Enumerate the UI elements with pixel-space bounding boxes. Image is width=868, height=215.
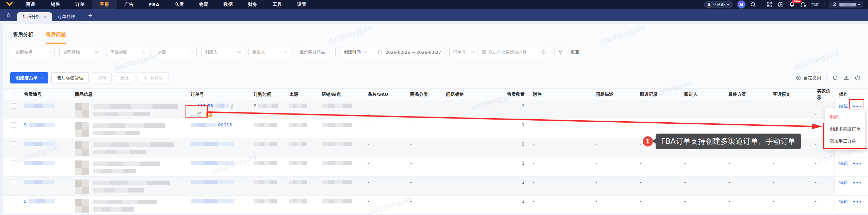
select-all-checkbox[interactable] <box>7 92 12 97</box>
empty-value: - <box>815 180 834 185</box>
goods-type-select[interactable]: 低价商城商品 <box>296 47 336 57</box>
close-tab-icon[interactable]: × <box>43 14 47 19</box>
ai-tag-button[interactable]: AI打标 <box>138 72 169 83</box>
filter-select-创建人[interactable]: 创建人 <box>201 47 244 57</box>
nav-item-商品[interactable]: 商品 <box>19 0 43 9</box>
delete-button[interactable]: 删除 <box>115 72 134 83</box>
reset-filters-button[interactable]: 重置 <box>570 49 579 55</box>
issue-tag-cell <box>442 176 493 195</box>
row-edit-link[interactable]: 编辑 <box>839 160 848 167</box>
topnav-right: a 亚马逊 AI 99+ 帮助 <box>704 1 868 8</box>
batch-search-input[interactable]: 双击可批量搜索内容 <box>478 47 550 57</box>
notifications-bell-icon[interactable]: 99+ <box>789 1 795 8</box>
product-image-redacted <box>75 141 89 156</box>
tab-after-sale-analysis[interactable]: 售后分析 × <box>17 12 52 21</box>
search-icon[interactable] <box>541 50 546 55</box>
nav-item-工具[interactable]: 工具 <box>265 0 290 9</box>
nav-item-客服[interactable]: 客服 <box>92 0 117 9</box>
add-tab-button[interactable]: + <box>88 12 93 19</box>
tag-manage-button[interactable]: 售后标签管理 <box>51 72 89 83</box>
brand-logo-icon[interactable] <box>5 1 14 7</box>
product-image-redacted <box>75 160 89 175</box>
tab-after-sale-issues[interactable]: 售后问题 <box>46 31 66 44</box>
after-sale-qty-cell: 1 <box>493 119 529 138</box>
redacted-text <box>322 104 352 108</box>
product-image-redacted <box>75 122 89 137</box>
batch-grid-icon <box>481 50 486 55</box>
row-edit-link[interactable]: 编辑 <box>839 199 848 205</box>
nav-item-设置[interactable]: 设置 <box>290 0 314 9</box>
tab-after-sale-analysis-sub[interactable]: 售后分析 <box>13 31 33 44</box>
filter-select-问题标签[interactable]: 问题标签 <box>107 47 149 57</box>
customize-columns-button[interactable]: 自定义列 <box>795 75 821 81</box>
after-sale-no-cell: S <box>20 119 71 138</box>
apps-grid-icon[interactable] <box>766 1 773 8</box>
nav-item-销售[interactable]: 销售 <box>43 0 68 9</box>
row-checkbox[interactable] <box>11 199 16 204</box>
issue-description-cell: - <box>592 157 636 176</box>
row-checkbox[interactable] <box>11 180 16 185</box>
user-menu[interactable] <box>829 1 863 8</box>
edit-button[interactable]: 编辑 <box>92 72 112 83</box>
tab-order-processing[interactable]: 订单处理 <box>52 12 81 21</box>
row-more-button[interactable]: ••• <box>853 161 862 166</box>
column-header-跟进人: 跟进人 <box>680 91 724 97</box>
filter-select-全部店铺[interactable]: 全部店铺 <box>59 47 102 57</box>
copy-icon[interactable] <box>232 104 236 108</box>
export-download-icon[interactable] <box>843 75 849 81</box>
search-type-select[interactable]: 订单号 <box>449 47 478 57</box>
help-link[interactable]: 帮助 <box>811 2 819 7</box>
menu-item-删除[interactable]: 删除 <box>825 111 865 123</box>
select-value: 跟进人 <box>252 49 265 55</box>
row-checkbox[interactable] <box>11 141 16 147</box>
nav-item-广告[interactable]: 广告 <box>117 0 141 9</box>
filter-select-全部站点[interactable]: 全部站点 <box>12 47 55 57</box>
create-after-sale-button[interactable]: 创建售后单 <box>10 72 48 83</box>
nav-item-物流[interactable]: 物流 <box>192 0 216 9</box>
ai-assistant-button[interactable]: AI <box>738 1 745 8</box>
copy-icon[interactable] <box>198 112 202 117</box>
redacted-text <box>289 123 307 127</box>
refresh-icon[interactable] <box>832 75 838 81</box>
nav-item-仓库[interactable]: 仓库 <box>167 0 192 9</box>
order-time-cell <box>250 176 285 195</box>
row-checkbox[interactable] <box>11 122 16 128</box>
row-checkbox[interactable] <box>11 103 16 109</box>
filter-select-跟进人[interactable]: 跟进人 <box>248 47 291 57</box>
row-checkbox-cell <box>3 157 20 176</box>
after-sale-no-link[interactable]: S <box>24 199 27 204</box>
home-icon[interactable] <box>5 12 12 18</box>
row-checkbox[interactable] <box>11 160 16 166</box>
advanced-filter-button[interactable] <box>554 47 566 57</box>
menu-item-创建多渠道订单[interactable]: 创建多渠道订单 <box>825 123 865 135</box>
table-row: --1-------编辑••• <box>3 157 868 176</box>
row-edit-link[interactable]: 编辑 <box>839 180 848 186</box>
nav-item-财务[interactable]: 财务 <box>241 0 265 9</box>
help-circle-icon[interactable] <box>855 75 861 81</box>
download-center-icon[interactable] <box>777 1 784 8</box>
table-toolbar: 创建售后单 售后标签管理 编辑 删除 AI打标 自定义列 <box>3 57 868 83</box>
app-root: 商品销售订单客服广告FBA仓库物流数据财务工具设置 a 亚马逊 AI 99+ 帮… <box>0 0 868 215</box>
support-headset-icon[interactable] <box>800 1 806 8</box>
order-no-link[interactable]: 00013 <box>218 122 232 127</box>
nav-item-数据[interactable]: 数据 <box>216 0 241 9</box>
fba-order-icon[interactable]: a <box>206 111 212 117</box>
store-switcher[interactable]: a 亚马逊 <box>704 1 733 8</box>
column-header-店铺/站点: 店铺/站点 <box>318 91 364 97</box>
row-more-button[interactable]: ••• <box>853 180 862 185</box>
filter-select-来源[interactable]: 来源 <box>154 47 197 57</box>
empty-value: - <box>368 160 402 166</box>
order-no-link[interactable]: 112-33 <box>197 103 213 108</box>
column-header-商品信息: 商品信息 <box>71 91 187 97</box>
row-more-button[interactable]: ••• <box>853 199 862 204</box>
row-checkbox-cell <box>3 196 20 214</box>
final-solution-cell: - <box>724 176 769 195</box>
nav-item-FBA[interactable]: FBA <box>141 0 167 9</box>
nav-item-订单[interactable]: 订单 <box>68 0 92 9</box>
date-range-picker[interactable]: 创建时间 2026-02-26 ~ 2026-03-27 <box>340 47 445 57</box>
menu-item-添加手工订单[interactable]: 添加手工订单 <box>825 135 865 148</box>
search-icon[interactable] <box>750 1 756 8</box>
truncation-dots: … <box>191 112 195 117</box>
column-header-售后编号: 售后编号 <box>20 91 71 97</box>
after-sale-no-link[interactable]: S <box>24 122 27 127</box>
